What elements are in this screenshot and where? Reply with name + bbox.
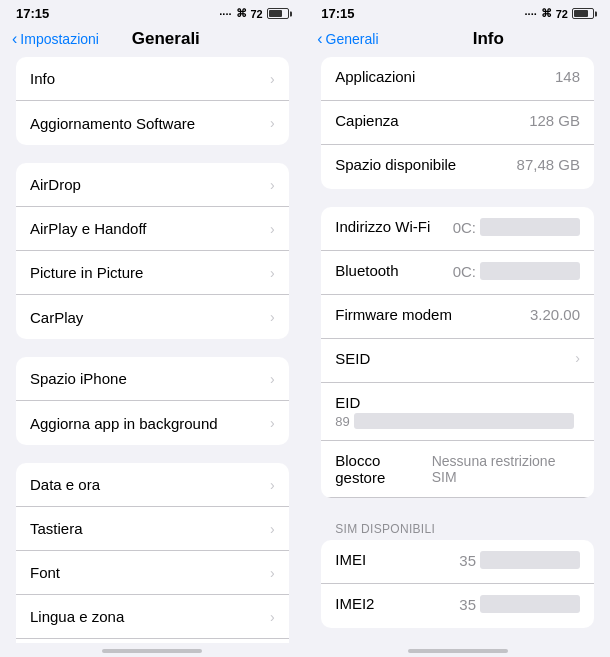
wifi-icon-left: ⌘ — [236, 7, 247, 20]
item-wifi: Indirizzo Wi-Fi 0C: — [321, 207, 594, 251]
label-imei: IMEI — [335, 551, 366, 568]
list-item-tastiera[interactable]: Tastiera › — [16, 507, 289, 551]
status-icons-right: ···· ⌘ 72 — [525, 7, 594, 20]
nav-title-right: Info — [379, 29, 599, 49]
battery-fill-left — [269, 10, 283, 17]
value-firmware: 3.20.00 — [530, 306, 580, 323]
item-spazio-disponibile: Spazio disponibile 87,48 GB — [321, 145, 594, 189]
value-imei-blurred — [480, 551, 580, 569]
list-item-airdrop[interactable]: AirDrop › — [16, 163, 289, 207]
chevron-info: › — [270, 71, 275, 87]
label-lingua: Lingua e zona — [30, 608, 124, 625]
nav-bar-right: ‹ Generali Info — [305, 25, 610, 57]
battery-fill-right — [574, 10, 588, 17]
label-firmware: Firmware modem — [335, 306, 452, 323]
value-imei2-prefix: 35 — [459, 596, 476, 613]
back-chevron-left: ‹ — [12, 30, 17, 48]
list-item-carplay[interactable]: CarPlay › — [16, 295, 289, 339]
label-spazio: Spazio iPhone — [30, 370, 127, 387]
home-indicator-left — [0, 643, 305, 657]
item-capienza: Capienza 128 GB — [321, 101, 594, 145]
list-item-info[interactable]: Info › — [16, 57, 289, 101]
item-bluetooth: Bluetooth 0C: — [321, 251, 594, 295]
back-label-right: Generali — [326, 31, 379, 47]
chevron-lingua: › — [270, 609, 275, 625]
label-font: Font — [30, 564, 60, 581]
back-button-left[interactable]: ‹ Impostazioni — [12, 30, 99, 48]
label-carplay: CarPlay — [30, 309, 83, 326]
label-applicazioni: Applicazioni — [335, 68, 415, 85]
chevron-aggiornamento: › — [270, 115, 275, 131]
label-eid: EID — [335, 394, 580, 411]
item-firmware: Firmware modem 3.20.00 — [321, 295, 594, 339]
label-airdrop: AirDrop — [30, 176, 81, 193]
list-item-data[interactable]: Data e ora › — [16, 463, 289, 507]
list-item-font[interactable]: Font › — [16, 551, 289, 595]
time-right: 17:15 — [321, 6, 354, 21]
label-wifi: Indirizzo Wi-Fi — [335, 218, 430, 235]
nav-title-left: Generali — [99, 29, 233, 49]
group-spazio: Spazio iPhone › Aggiorna app in backgrou… — [16, 357, 289, 445]
label-info: Info — [30, 70, 55, 87]
group-airdrop: AirDrop › AirPlay e Handoff › Picture in… — [16, 163, 289, 339]
group-info: Info › Aggiornamento Software › — [16, 57, 289, 145]
item-blocco: Blocco gestore Nessuna restrizione SIM — [321, 441, 594, 498]
chevron-font: › — [270, 565, 275, 581]
list-item-spazio[interactable]: Spazio iPhone › — [16, 357, 289, 401]
chevron-airdrop: › — [270, 177, 275, 193]
label-airplay: AirPlay e Handoff — [30, 220, 146, 237]
content-right: Applicazioni 148 Capienza 128 GB Spazio … — [305, 57, 610, 643]
list-item-picture[interactable]: Picture in Picture › — [16, 251, 289, 295]
right-screen: 17:15 ···· ⌘ 72 ‹ Generali Info Applicaz… — [305, 0, 610, 657]
group-device-info: Applicazioni 148 Capienza 128 GB Spazio … — [321, 57, 594, 189]
list-item-aggiornamento[interactable]: Aggiornamento Software › — [16, 101, 289, 145]
home-indicator-right — [305, 643, 610, 657]
list-item-airplay[interactable]: AirPlay e Handoff › — [16, 207, 289, 251]
battery-icon-right — [572, 8, 594, 19]
label-imei2: IMEI2 — [335, 595, 374, 612]
chevron-airplay: › — [270, 221, 275, 237]
status-bar-right: 17:15 ···· ⌘ 72 — [305, 0, 610, 25]
value-imei2-blurred — [480, 595, 580, 613]
battery-icon-left — [267, 8, 289, 19]
value-bt-prefix: 0C: — [453, 263, 476, 280]
wifi-icon-right: ⌘ — [541, 7, 552, 20]
value-eid-blurred — [354, 413, 574, 429]
chevron-aggiorna-app: › — [270, 415, 275, 431]
chevron-seid: › — [575, 350, 580, 366]
back-chevron-right: ‹ — [317, 30, 322, 48]
group-network: Indirizzo Wi-Fi 0C: Bluetooth 0C: Firmwa… — [321, 207, 594, 498]
chevron-spazio: › — [270, 371, 275, 387]
label-bluetooth: Bluetooth — [335, 262, 398, 279]
list-item-lingua[interactable]: Lingua e zona › — [16, 595, 289, 639]
item-seid[interactable]: SEID › — [321, 339, 594, 383]
back-label-left: Impostazioni — [20, 31, 99, 47]
right-aggiornamento: › — [270, 115, 275, 131]
sim-header: SIM DISPONIBILI — [321, 516, 594, 540]
left-screen: 17:15 ···· ⌘ 72 ‹ Impostazioni Generali … — [0, 0, 305, 657]
chevron-carplay: › — [270, 309, 275, 325]
group-settings: Data e ora › Tastiera › Font › Lingua e … — [16, 463, 289, 643]
list-item-aggiorna-app[interactable]: Aggiorna app in background › — [16, 401, 289, 445]
item-imei: IMEI 35 — [321, 540, 594, 584]
item-applicazioni[interactable]: Applicazioni 148 — [321, 57, 594, 101]
label-spazio-disponibile: Spazio disponibile — [335, 156, 456, 173]
right-info: › — [270, 71, 275, 87]
value-wifi-blurred — [480, 218, 580, 236]
value-applicazioni: 148 — [555, 68, 580, 85]
label-picture: Picture in Picture — [30, 264, 143, 281]
value-wifi-prefix: 0C: — [453, 219, 476, 236]
value-imei-prefix: 35 — [459, 552, 476, 569]
value-eid-prefix: 89 — [335, 414, 349, 429]
home-bar-left — [102, 649, 202, 653]
content-left: Info › Aggiornamento Software › AirDrop … — [0, 57, 305, 643]
back-button-right[interactable]: ‹ Generali — [317, 30, 378, 48]
battery-text-right: 72 — [556, 8, 568, 20]
chevron-data: › — [270, 477, 275, 493]
value-bt-blurred — [480, 262, 580, 280]
nav-bar-left: ‹ Impostazioni Generali — [0, 25, 305, 57]
item-eid: EID 89 — [321, 383, 594, 441]
value-spazio-disponibile: 87,48 GB — [517, 156, 580, 173]
value-capienza: 128 GB — [529, 112, 580, 129]
label-capienza: Capienza — [335, 112, 398, 129]
